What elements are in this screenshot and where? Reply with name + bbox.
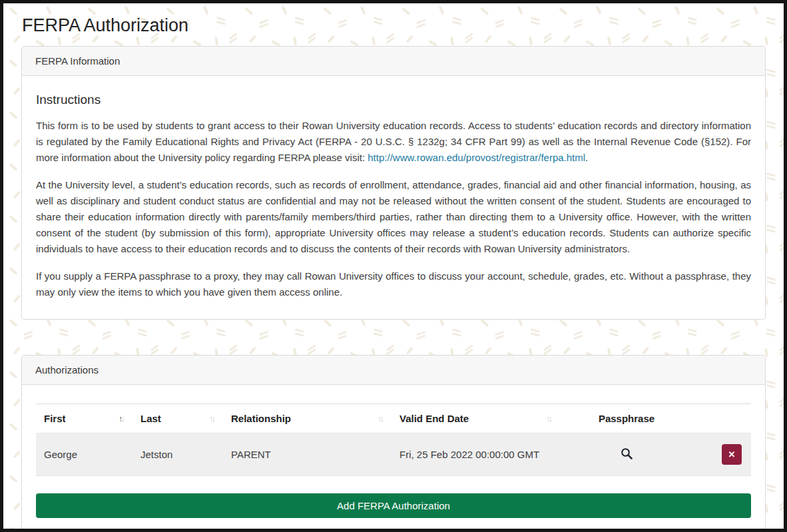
table-row: George Jetston PARENT Fri, 25 Feb 2022 0…	[36, 433, 751, 476]
table-header-row: First ↑↓ Last ↑↓	[36, 404, 751, 433]
ferpa-information-panel-body: Instructions This form is to be used by …	[22, 76, 765, 319]
instructions-heading: Instructions	[36, 93, 751, 107]
column-header-relationship-label: Relationship	[231, 413, 291, 424]
instructions-paragraph-2: At the University level, a student’s edu…	[36, 177, 751, 257]
column-header-relationship[interactable]: Relationship ↑↓	[223, 404, 392, 433]
sort-icon: ↑↓	[378, 413, 384, 423]
column-header-valid-end-date-label: Valid End Date	[399, 413, 469, 424]
column-header-last[interactable]: Last ↑↓	[132, 404, 223, 433]
column-header-passphrase: Passphrase	[560, 404, 693, 433]
ferpa-information-panel: FERPA Information Instructions This form…	[21, 46, 766, 320]
cell-passphrase	[560, 433, 693, 476]
cell-first-name: George	[36, 433, 132, 476]
view-passphrase-button[interactable]	[621, 447, 633, 460]
cell-relationship: PARENT	[223, 433, 392, 476]
authorizations-table: First ↑↓ Last ↑↓	[36, 403, 751, 476]
column-header-passphrase-label: Passphrase	[599, 413, 655, 424]
column-header-valid-end-date[interactable]: Valid End Date ↑↓	[392, 404, 560, 433]
authorizations-panel-header: Authorizations	[22, 356, 765, 385]
ferpa-policy-link[interactable]: http://www.rowan.edu/provost/registrar/f…	[368, 152, 585, 163]
x-icon: ✕	[728, 449, 736, 459]
paragraph-1-period: .	[585, 152, 588, 163]
page-title: FERPA Authorization	[22, 15, 766, 36]
sort-desc-icon: ↓	[121, 413, 124, 423]
sort-desc-icon: ↓	[380, 413, 383, 423]
column-header-first-label: First	[44, 413, 66, 424]
sort-icon: ↑↓	[119, 413, 125, 423]
authorizations-panel: Authorizations First ↑↓	[21, 355, 766, 529]
sort-icon: ↑↓	[546, 413, 552, 423]
column-header-actions	[693, 404, 751, 433]
sort-desc-icon: ↓	[549, 413, 551, 423]
instructions-paragraph-3: If you supply a FERPA passphrase to a pr…	[36, 268, 751, 300]
cell-last-name: Jetston	[132, 433, 223, 476]
cell-valid-end-date: Fri, 25 Feb 2022 00:00:00 GMT	[392, 433, 560, 476]
sort-desc-icon: ↓	[212, 413, 214, 423]
page-window: FERPA Authorization FERPA Information In…	[0, 0, 787, 532]
instructions-paragraph-1: This form is to be used by students to g…	[36, 118, 751, 166]
add-ferpa-authorization-button[interactable]: Add FERPA Authorization	[36, 493, 751, 518]
magnifier-icon	[621, 447, 633, 460]
column-header-first[interactable]: First ↑↓	[36, 404, 132, 433]
column-header-last-label: Last	[140, 413, 161, 424]
cell-delete: ✕	[693, 433, 751, 476]
ferpa-information-panel-header: FERPA Information	[22, 47, 765, 76]
sort-icon: ↑↓	[209, 413, 215, 423]
authorizations-panel-body: First ↑↓ Last ↑↓	[22, 385, 765, 529]
delete-authorization-button[interactable]: ✕	[722, 444, 742, 465]
